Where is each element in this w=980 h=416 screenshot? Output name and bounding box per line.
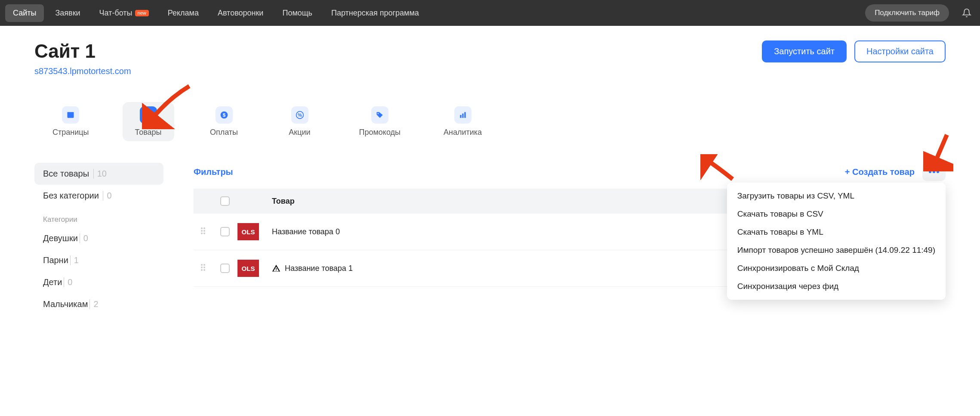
more-actions-menu: Загрузить товары из CSV, YML Скачать тов…: [727, 183, 946, 300]
sidebar-categories-heading: Категории: [34, 207, 163, 227]
product-thumbnail: OLS: [237, 223, 259, 240]
svg-point-20: [201, 233, 203, 234]
svg-point-22: [201, 264, 203, 266]
tab-products[interactable]: Товары: [123, 102, 174, 141]
svg-point-25: [203, 267, 205, 268]
svg-rect-11: [462, 114, 463, 118]
svg-rect-4: [147, 115, 149, 116]
top-nav: Сайты Заявки Чат-боты new Реклама Автово…: [0, 0, 980, 26]
select-all-checkbox[interactable]: [220, 196, 230, 206]
section-tabs: Страницы Товары $ Оплаты % Акции Промоко…: [34, 102, 946, 141]
svg-rect-2: [145, 112, 151, 114]
tab-analytics[interactable]: Аналитика: [434, 102, 491, 141]
launch-site-button[interactable]: Запустить сайт: [762, 40, 847, 62]
svg-point-27: [203, 269, 205, 271]
drag-handle-icon[interactable]: [200, 264, 213, 273]
svg-text:%: %: [298, 112, 302, 118]
page-content: Сайт 1 s873543.lpmotortest.com Запустить…: [0, 26, 980, 332]
svg-point-23: [203, 264, 205, 266]
svg-point-19: [203, 230, 205, 232]
svg-point-21: [203, 233, 205, 234]
nav-ads[interactable]: Реклама: [160, 4, 206, 22]
products-panel: Фильтры + Создать товар Загрузить товары…: [163, 163, 946, 315]
notifications-icon[interactable]: [961, 7, 972, 19]
svg-point-16: [201, 227, 203, 229]
site-title: Сайт 1: [34, 40, 131, 62]
nav-funnels[interactable]: Автоворонки: [210, 4, 271, 22]
svg-point-17: [203, 227, 205, 229]
percent-icon: %: [291, 106, 308, 124]
tab-promotions[interactable]: % Акции: [274, 102, 326, 141]
svg-point-18: [201, 230, 203, 232]
menu-sync-moysklad[interactable]: Синхронизировать с Мой Склад: [727, 259, 946, 277]
sidebar-category[interactable]: Парни 1: [34, 249, 163, 271]
warning-icon: [272, 264, 280, 273]
create-product-button[interactable]: + Создать товар: [845, 167, 915, 177]
drag-handle-icon[interactable]: [200, 227, 213, 237]
tab-pages[interactable]: Страницы: [43, 102, 99, 141]
tab-promocodes[interactable]: Промокоды: [350, 102, 410, 141]
svg-rect-12: [464, 112, 465, 118]
connect-tariff-button[interactable]: Подключить тариф: [865, 4, 949, 22]
svg-text:$: $: [222, 112, 225, 118]
site-settings-button[interactable]: Настройки сайта: [854, 40, 946, 62]
sidebar-category[interactable]: Мальчикам 2: [34, 293, 163, 315]
svg-point-13: [929, 171, 931, 173]
menu-export-yml[interactable]: Скачать товары в YML: [727, 223, 946, 241]
svg-point-15: [937, 171, 939, 173]
product-thumbnail: OLS: [237, 260, 259, 277]
more-actions-button[interactable]: [922, 163, 946, 181]
categories-sidebar: Все товары 10 Без категории 0 Категории …: [34, 163, 163, 315]
menu-import-status[interactable]: Импорт товаров успешно завершён (14.09.2…: [727, 241, 946, 259]
nav-requests[interactable]: Заявки: [47, 4, 88, 22]
svg-rect-10: [460, 115, 461, 118]
svg-point-14: [933, 171, 935, 173]
svg-point-24: [201, 267, 203, 268]
chart-icon: [454, 106, 472, 124]
sidebar-category[interactable]: Дети 0: [34, 271, 163, 293]
svg-rect-0: [68, 113, 74, 118]
svg-point-26: [201, 269, 203, 271]
menu-sync-feed[interactable]: Синхронизация через фид: [727, 277, 946, 295]
menu-import-csv-yml[interactable]: Загрузить товары из CSV, YML: [727, 187, 946, 205]
tab-payments[interactable]: $ Оплаты: [198, 102, 250, 141]
folder-icon: [62, 106, 79, 124]
row-checkbox[interactable]: [220, 264, 230, 273]
sidebar-category[interactable]: Девушки 0: [34, 227, 163, 249]
archive-icon: [140, 106, 157, 124]
menu-export-csv[interactable]: Скачать товары в CSV: [727, 205, 946, 223]
tag-icon: [371, 106, 388, 124]
nav-help[interactable]: Помощь: [274, 4, 320, 22]
dots-horizontal-icon: [928, 170, 940, 174]
sidebar-no-category[interactable]: Без категории 0: [34, 185, 163, 207]
svg-rect-1: [68, 112, 74, 113]
dollar-icon: $: [216, 106, 233, 124]
site-url[interactable]: s873543.lpmotortest.com: [34, 66, 131, 76]
nav-partner[interactable]: Партнерская программа: [324, 4, 427, 22]
nav-sites[interactable]: Сайты: [5, 4, 44, 22]
nav-chatbots[interactable]: Чат-боты new: [92, 4, 157, 22]
filters-link[interactable]: Фильтры: [194, 167, 233, 177]
sidebar-all-products[interactable]: Все товары 10: [34, 163, 163, 185]
new-badge: new: [135, 10, 149, 16]
row-checkbox[interactable]: [220, 227, 230, 236]
page-header: Сайт 1 s873543.lpmotortest.com Запустить…: [34, 40, 946, 76]
svg-rect-3: [146, 114, 151, 118]
svg-point-9: [377, 113, 379, 114]
